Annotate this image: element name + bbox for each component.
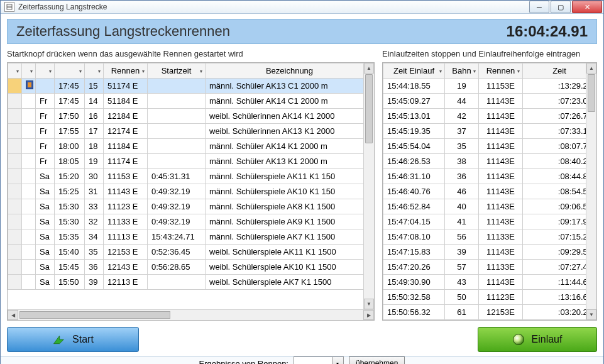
cell-bahn: 19: [445, 79, 479, 94]
row-selector[interactable]: [8, 94, 22, 109]
table-row[interactable]: Sa15:303211133 E0:49:32.19männl. Schüler…: [8, 214, 374, 229]
row-selector[interactable]: [8, 139, 22, 154]
table-row[interactable]: 15:47:15.833911143E:09:29.58: [383, 245, 596, 260]
table-row[interactable]: 15:47:20.265711133E:07:27.44: [383, 260, 596, 275]
scroll-down-icon[interactable]: ▼: [364, 299, 374, 309]
col-rennen[interactable]: Rennen▾: [104, 63, 148, 79]
table-row[interactable]: 15:45:13.014211143E:07:26.76: [383, 109, 596, 124]
table-row[interactable]: Fr18:051911174 Emännl. Schüler AK13 K1 2…: [8, 154, 374, 169]
row-selector[interactable]: [8, 229, 22, 245]
start-button[interactable]: Start: [7, 327, 139, 352]
col-day[interactable]: ▾: [36, 63, 55, 79]
cell-time: 15:25: [55, 184, 85, 199]
col-time[interactable]: ▾: [55, 63, 85, 79]
scroll-thumb[interactable]: [588, 74, 595, 112]
col-icon[interactable]: ▾: [22, 63, 36, 79]
row-icon-cell: [22, 184, 36, 199]
table-row[interactable]: 15:46:40.764611143E:08:54.51: [383, 184, 596, 199]
row-selector[interactable]: [8, 79, 22, 94]
cell-zeit: :07:15.28: [523, 229, 596, 245]
scroll-up-icon[interactable]: ▲: [364, 63, 374, 74]
finish-vscroll[interactable]: ▲ ▼: [586, 63, 596, 320]
cell-day: Sa: [36, 245, 55, 260]
col-num[interactable]: ▾: [85, 63, 104, 79]
row-selector[interactable]: [8, 214, 22, 229]
table-row[interactable]: 15:47:04.154111143E:09:17.90: [383, 214, 596, 229]
hscroll-thumb[interactable]: [19, 311, 170, 319]
cell-zeit-einlauf: 15:46:40.76: [383, 184, 445, 199]
table-row[interactable]: Fr18:001811184 Emännl. Schüler AK14 K1 2…: [8, 139, 374, 154]
table-row[interactable]: Sa15:453612143 E0:56:28.65weibl. Schüler…: [8, 260, 374, 275]
table-row[interactable]: Sa15:253111143 E0:49:32.19männl. Schüler…: [8, 184, 374, 199]
cell-rennen: 11153 E: [104, 169, 148, 184]
table-row[interactable]: Fr17:551712174 Eweibl. Schülerinnen AK13…: [8, 124, 374, 139]
races-vscroll[interactable]: ▲ ▼: [363, 63, 374, 309]
cell-num: 16: [85, 109, 104, 124]
table-row[interactable]: Sa15:303311123 E0:49:32.19männl. Schüler…: [8, 199, 374, 214]
row-selector[interactable]: [8, 260, 22, 275]
scroll-left-icon[interactable]: ◀: [8, 310, 18, 320]
cell-startzeit: [148, 109, 206, 124]
cell-rennen: 11143E: [479, 214, 523, 229]
row-selector[interactable]: [8, 169, 22, 184]
table-row[interactable]: Sa15:353411113 E15:43:24.71männl. Schüle…: [8, 229, 374, 245]
cell-zeit-einlauf: 15:49:30.90: [383, 275, 445, 290]
table-row[interactable]: 15:44:18.551911153E:13:29.29: [383, 79, 596, 94]
close-button[interactable]: ✕: [572, 1, 602, 13]
row-selector[interactable]: [8, 199, 22, 214]
col-selector[interactable]: ▾: [8, 63, 22, 79]
footer-label: Ergebnisse von Rennen:: [199, 359, 288, 365]
col-bahn[interactable]: Bahn▾: [445, 63, 479, 79]
rennen-select[interactable]: ▾: [294, 356, 344, 364]
uebernehmen-button[interactable]: übernehmen: [349, 356, 405, 364]
table-row[interactable]: 17:451551174 Emännl. Schüler AK13 C1 200…: [8, 79, 374, 94]
einlauf-button[interactable]: Einlauf: [478, 327, 597, 352]
table-row[interactable]: 15:45:09.274411143E:07:23.02: [383, 94, 596, 109]
scroll-thumb[interactable]: [365, 74, 373, 143]
row-selector[interactable]: [8, 154, 22, 169]
races-grid[interactable]: ▾ ▾ ▾ ▾ ▾ Rennen▾ Startzeit▾ Bezeichnung…: [7, 62, 375, 321]
scroll-up-icon[interactable]: ▲: [586, 63, 596, 74]
table-row[interactable]: 15:47:08.105611133E:07:15.28: [383, 229, 596, 245]
scroll-right-icon[interactable]: ▶: [363, 310, 374, 320]
finish-grid[interactable]: Zeit Einlauf▾ Bahn▾ Rennen▾ Zeit▾ 15:44:…: [382, 62, 597, 321]
cell-num: 19: [85, 154, 104, 169]
row-selector[interactable]: [8, 184, 22, 199]
col-bezeichnung[interactable]: Bezeichnung: [206, 63, 374, 79]
cell-bahn: 61: [445, 305, 479, 320]
table-row[interactable]: 15:45:19.353711143E:07:33.10: [383, 124, 596, 139]
table-row[interactable]: Sa15:403512153 E0:52:36.45weibl. Schüler…: [8, 245, 374, 260]
row-selector[interactable]: [8, 109, 22, 124]
cell-day: Fr: [36, 94, 55, 109]
col-startzeit[interactable]: Startzeit▾: [148, 63, 206, 79]
col-zeit[interactable]: Zeit▾: [523, 63, 596, 79]
table-row[interactable]: 15:50:32.585011123E:13:16.69: [383, 290, 596, 305]
cell-day: Sa: [36, 229, 55, 245]
cell-rennen: 11123 E: [104, 199, 148, 214]
table-row[interactable]: Fr17:451451184 Emännl. Schüler AK14 C1 2…: [8, 94, 374, 109]
cell-startzeit: [148, 94, 206, 109]
cell-bahn: 40: [445, 199, 479, 214]
table-row[interactable]: 15:46:52.844011143E:09:06.59: [383, 199, 596, 214]
row-selector[interactable]: [8, 245, 22, 260]
table-row[interactable]: 15:46:31.103611143E:08:44.85: [383, 169, 596, 184]
start-arrow-icon: [52, 333, 65, 346]
table-row[interactable]: Sa15:503912113 Eweibl. Schülerspiele AK7…: [8, 275, 374, 290]
minimize-button[interactable]: ─: [529, 1, 549, 13]
table-row[interactable]: Fr17:501612184 Eweibl. Schülerinnen AK14…: [8, 109, 374, 124]
races-hscroll[interactable]: ◀ ▶: [8, 309, 374, 320]
table-row[interactable]: 15:49:30.904311143E:11:44.65: [383, 275, 596, 290]
table-row[interactable]: 15:46:26.533811143E:08:40.28: [383, 154, 596, 169]
row-selector[interactable]: [8, 275, 22, 290]
table-row[interactable]: 15:50:56.326112153E:03:20.20: [383, 305, 596, 320]
maximize-button[interactable]: ▢: [551, 1, 571, 13]
cell-time: 15:35: [55, 229, 85, 245]
scroll-down-icon[interactable]: ▼: [586, 309, 596, 320]
table-row[interactable]: Sa15:203011153 E0:45:31.31männl. Schüler…: [8, 169, 374, 184]
col-rennen2[interactable]: Rennen▾: [479, 63, 523, 79]
cell-zeit: :11:44.65: [523, 275, 596, 290]
table-row[interactable]: 15:45:54.043511143E:08:07.79: [383, 139, 596, 154]
row-selector[interactable]: [8, 124, 22, 139]
cell-bahn: 46: [445, 184, 479, 199]
col-zeit-einlauf[interactable]: Zeit Einlauf▾: [383, 63, 445, 79]
